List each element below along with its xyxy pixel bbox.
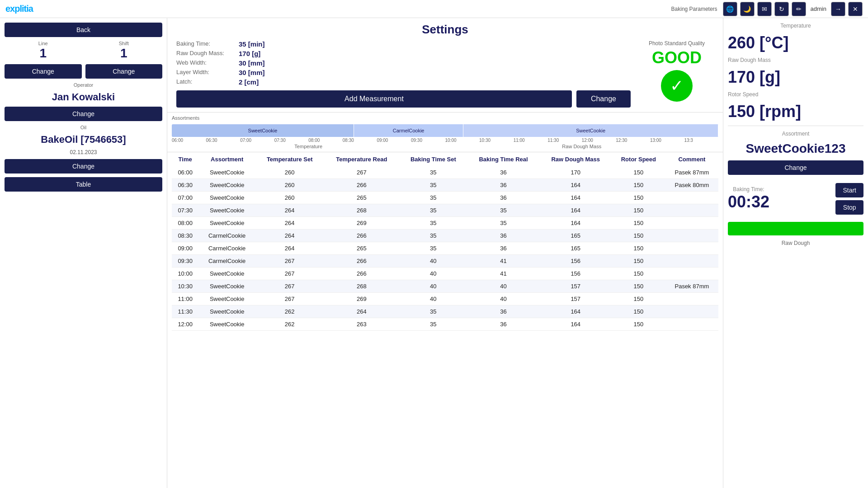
change-oil-button[interactable]: Change xyxy=(5,159,162,174)
table-cell: 10:00 xyxy=(172,267,198,280)
table-cell: 150 xyxy=(612,204,665,217)
table-row: 08:30CarmelCookie2642663536165150 xyxy=(172,230,718,242)
table-row: 10:30SweetCookie2672684040157150Pasek 87… xyxy=(172,280,718,293)
moon-icon-btn[interactable]: 🌙 xyxy=(740,2,755,16)
change-operator-button[interactable]: Change xyxy=(5,107,162,121)
change-shift-button[interactable]: Change xyxy=(85,64,163,79)
table-cell: 150 xyxy=(612,192,665,204)
settings-table: Baking Time: 35 [min] Raw Dough Mass: 17… xyxy=(176,40,631,108)
assortment-label-rp: Assortment xyxy=(728,131,863,137)
rotor-speed-label-rp: Rotor Speed xyxy=(728,91,863,98)
shift-col: Shift 1 xyxy=(85,41,163,61)
baking-time-rp-value: 00:32 xyxy=(728,192,769,211)
shift-value: 1 xyxy=(85,46,163,61)
globe-icon-btn[interactable]: 🌐 xyxy=(723,2,737,16)
top-right-controls: Baking Parameters 🌐 🌙 ✉ ↻ ✏ admin → ✕ xyxy=(671,2,863,16)
table-cell: 269 xyxy=(324,293,399,305)
table-cell xyxy=(665,192,718,204)
table-cell: 12:00 xyxy=(172,318,198,331)
col-baking-real: Baking Time Real xyxy=(467,152,540,166)
assortment-name-rp: SweetCookie123 xyxy=(728,141,863,156)
col-time: Time xyxy=(172,152,198,166)
table-cell: 164 xyxy=(540,179,612,192)
table-cell: 41 xyxy=(467,255,540,267)
mail-icon-btn[interactable]: ✉ xyxy=(757,2,772,16)
refresh-icon-btn[interactable]: ↻ xyxy=(774,2,789,16)
edit-icon-btn[interactable]: ✏ xyxy=(792,2,806,16)
line-col: Line 1 xyxy=(5,41,82,61)
table-cell: CarmelCookie xyxy=(198,230,255,242)
check-circle-icon: ✓ xyxy=(661,70,693,102)
table-cell: 150 xyxy=(612,179,665,192)
table-cell: 35 xyxy=(399,192,467,204)
col-assortment: Assortment xyxy=(198,152,255,166)
settings-title: Settings xyxy=(176,23,714,37)
table-cell: 150 xyxy=(612,242,665,255)
table-cell: 265 xyxy=(324,242,399,255)
timeline-raw-dough-label: Raw Dough Mass xyxy=(445,144,719,149)
table-cell: 36 xyxy=(467,179,540,192)
table-cell: 266 xyxy=(324,267,399,280)
table-cell: 40 xyxy=(467,280,540,293)
back-button[interactable]: Back xyxy=(5,23,162,37)
table-cell: 156 xyxy=(540,255,612,267)
web-width-value: 30 [mm] xyxy=(239,59,265,67)
table-cell: 157 xyxy=(540,280,612,293)
table-cell: 06:00 xyxy=(172,166,198,179)
center-panel: Settings Baking Time: 35 [min] Raw Dough… xyxy=(167,18,723,488)
oil-name: BakeOil [7546653] xyxy=(5,134,162,145)
add-measurement-button[interactable]: Add Measurement xyxy=(176,90,572,108)
table-cell: 36 xyxy=(467,192,540,204)
timeline-times: 06:0006:3007:0007:3008:0008:30 09:0009:3… xyxy=(172,138,718,143)
timeline-bar: SweetCookie CarmelCookie SweetCookie xyxy=(172,124,718,137)
close-icon-btn[interactable]: ✕ xyxy=(848,2,863,16)
table-row: 07:00SweetCookie2602653536164150 xyxy=(172,192,718,204)
table-cell: Pasek 80mm xyxy=(665,179,718,192)
settings-grid: Baking Time: 35 [min] Raw Dough Mass: 17… xyxy=(176,40,714,108)
col-baking-set: Baking Time Set xyxy=(399,152,467,166)
table-cell: 150 xyxy=(612,280,665,293)
table-cell xyxy=(665,230,718,242)
table-cell: 267 xyxy=(324,166,399,179)
table-cell: 170 xyxy=(540,166,612,179)
stop-button[interactable]: Stop xyxy=(835,200,863,215)
settings-change-button[interactable]: Change xyxy=(576,90,631,108)
table-cell: 165 xyxy=(540,230,612,242)
top-bar: explitia Baking Parameters 🌐 🌙 ✉ ↻ ✏ adm… xyxy=(0,0,868,18)
table-cell xyxy=(665,293,718,305)
col-comment: Comment xyxy=(665,152,718,166)
quality-status: GOOD xyxy=(649,48,705,67)
table-cell: 11:30 xyxy=(172,305,198,318)
left-panel: Back Line 1 Shift 1 Change Change Operat… xyxy=(0,18,167,488)
table-cell: 06:30 xyxy=(172,179,198,192)
table-cell: 268 xyxy=(324,280,399,293)
table-row: 09:00CarmelCookie2642653536165150 xyxy=(172,242,718,255)
table-cell: SweetCookie xyxy=(198,179,255,192)
change-line-button[interactable]: Change xyxy=(5,64,82,79)
table-cell: 40 xyxy=(467,293,540,305)
table-row: 12:00SweetCookie2622633536164150 xyxy=(172,318,718,331)
line-label: Line xyxy=(5,41,82,46)
table-cell: CarmelCookie xyxy=(198,255,255,267)
table-cell: 40 xyxy=(399,293,467,305)
temperature-value: 260 [°C] xyxy=(728,33,863,52)
table-cell: 264 xyxy=(324,305,399,318)
web-width-row: Web Width: 30 [mm] xyxy=(176,59,631,67)
table-cell: 150 xyxy=(612,267,665,280)
table-button[interactable]: Table xyxy=(5,177,162,192)
table-cell: 35 xyxy=(399,230,467,242)
start-button[interactable]: Start xyxy=(835,183,863,197)
logout-icon-btn[interactable]: → xyxy=(831,2,845,16)
table-cell: SweetCookie xyxy=(198,318,255,331)
change-assortment-button[interactable]: Change xyxy=(728,160,863,175)
table-cell: 266 xyxy=(324,230,399,242)
table-cell: 264 xyxy=(255,242,324,255)
table-cell: 164 xyxy=(540,318,612,331)
table-cell: 263 xyxy=(324,318,399,331)
baking-time-value: 35 [min] xyxy=(239,40,265,48)
baking-params-label: Baking Parameters xyxy=(671,6,717,12)
table-cell: 260 xyxy=(255,179,324,192)
line-shift-row: Line 1 Shift 1 xyxy=(5,41,162,61)
table-row: 09:30CarmelCookie2672664041156150 xyxy=(172,255,718,267)
line-value: 1 xyxy=(5,46,82,61)
